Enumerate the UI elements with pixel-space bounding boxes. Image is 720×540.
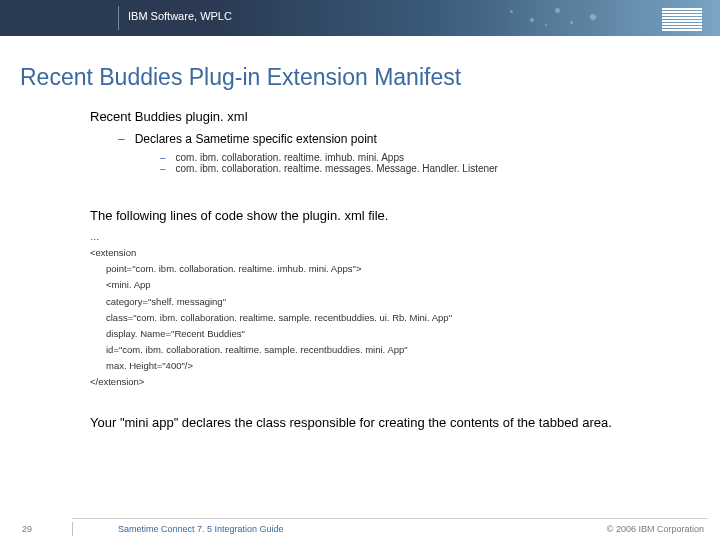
- bullet-text: com. ibm. collaboration. realtime. messa…: [176, 163, 498, 174]
- code-line: <mini. App: [90, 277, 680, 293]
- code-line: id="com. ibm. collaboration. realtime. s…: [90, 342, 680, 358]
- section3-text: Your "mini app" declares the class respo…: [90, 414, 680, 432]
- footer-separator: [72, 522, 73, 536]
- dash-icon: –: [160, 152, 166, 163]
- bullet-level3: – com. ibm. collaboration. realtime. mes…: [160, 163, 680, 174]
- code-line: </extension>: [90, 374, 680, 390]
- section1-heading: Recent Buddies plugin. xml: [90, 109, 680, 124]
- bullet-text: Declares a Sametime specific extension p…: [135, 132, 377, 146]
- slide-footer: 29 Sametime Connect 7. 5 Integration Gui…: [0, 518, 720, 540]
- code-block: … <extension point="com. ibm. collaborat…: [90, 229, 680, 390]
- dash-icon: –: [160, 163, 166, 174]
- header-title: IBM Software, WPLC: [128, 10, 232, 22]
- code-line: display. Name="Recent Buddies": [90, 326, 680, 342]
- bullet-level2: – Declares a Sametime specific extension…: [118, 132, 680, 146]
- decorative-dots: [500, 6, 620, 30]
- slide-header: IBM Software, WPLC: [0, 0, 720, 36]
- code-line: category="shelf. messaging": [90, 294, 680, 310]
- header-divider: [118, 6, 119, 30]
- dash-icon: –: [118, 132, 125, 146]
- slide-title: Recent Buddies Plug-in Extension Manifes…: [20, 64, 720, 91]
- code-line: <extension: [90, 245, 680, 261]
- code-line: max. Height="400"/>: [90, 358, 680, 374]
- ibm-logo-icon: [662, 8, 702, 31]
- section2-heading: The following lines of code show the plu…: [90, 208, 680, 223]
- code-line: class="com. ibm. collaboration. realtime…: [90, 310, 680, 326]
- bullet-level3: – com. ibm. collaboration. realtime. imh…: [160, 152, 680, 163]
- code-line: point="com. ibm. collaboration. realtime…: [90, 261, 680, 277]
- code-line: …: [90, 229, 680, 245]
- slide-body: Recent Buddies plugin. xml – Declares a …: [90, 109, 680, 433]
- footer-guide: Sametime Connect 7. 5 Integration Guide: [118, 524, 284, 534]
- footer-copyright: © 2006 IBM Corporation: [607, 524, 704, 534]
- bullet-text: com. ibm. collaboration. realtime. imhub…: [176, 152, 404, 163]
- footer-divider: [72, 518, 708, 519]
- page-number: 29: [22, 524, 32, 534]
